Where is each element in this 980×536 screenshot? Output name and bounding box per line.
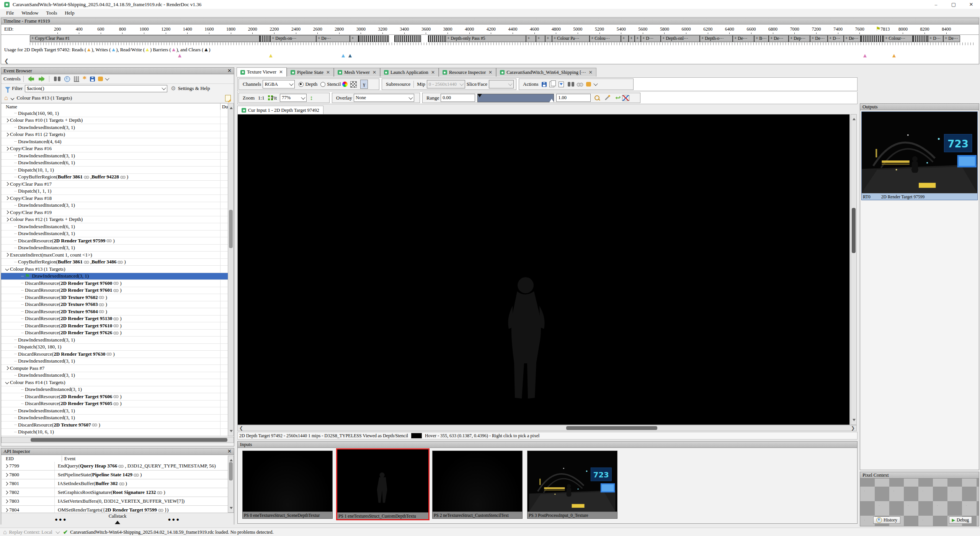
- event-row[interactable]: DiscardResource(2D Render Target 97606): [1, 393, 228, 400]
- event-row[interactable]: DiscardResource(2D Texture 97603): [1, 301, 228, 309]
- tree-expand-icon[interactable]: [5, 508, 8, 512]
- resource-link[interactable]: Query Heap 3766: [80, 463, 118, 469]
- timeline-pass-segment[interactable]: +: [621, 35, 629, 42]
- close-icon[interactable]: ✕: [279, 69, 283, 75]
- chevron-down-icon[interactable]: [162, 86, 166, 90]
- viewer-vscrollbar[interactable]: [851, 114, 857, 425]
- channels-select[interactable]: RGBA: [263, 80, 295, 88]
- event-row[interactable]: Colour Pass #14 (1 Targets): [1, 379, 228, 386]
- timeline-pass-segment[interactable]: + De···: [733, 35, 754, 42]
- resource-link[interactable]: 2D Render Target 97599: [54, 238, 105, 244]
- resource-link[interactable]: 2D Render Target 97610: [60, 323, 112, 329]
- timeline-pass-segment[interactable]: + Depth-onl···: [661, 35, 700, 42]
- texture-display[interactable]: [237, 114, 850, 425]
- resource-link[interactable]: 2D Render Target 97601: [60, 287, 112, 293]
- tree-expand-icon[interactable]: [5, 499, 8, 503]
- timeline-pass-segment[interactable]: + Colou···: [590, 35, 621, 42]
- event-row[interactable]: DrawIndexedInstanced(3, 1): [1, 386, 228, 394]
- timeline-pass-segment[interactable]: +: [526, 35, 536, 42]
- event-row[interactable]: Colour Pass #11 (2 Targets): [1, 131, 228, 139]
- timeline-activity-bar[interactable]: [260, 35, 270, 42]
- timeline-activity-bar[interactable]: [861, 35, 884, 42]
- resource-link[interactable]: 2D Render Target 97630: [54, 351, 105, 357]
- event-row[interactable]: DiscardResource(2D Render Target 97608): [1, 436, 228, 436]
- mip-select[interactable]: 0 - 2560x1440: [427, 80, 465, 88]
- resource-link[interactable]: Root Signature 1232: [113, 489, 156, 495]
- tree-expand-icon[interactable]: [5, 147, 9, 150]
- timeline-pass-strip[interactable]: + Copy/Clear Pass #1+ Depth-on···+ De···…: [30, 35, 975, 42]
- event-row[interactable]: CopyBufferRegion(Buffer 3861, Buffer 942…: [1, 174, 228, 181]
- edit-bookmark-icon[interactable]: [225, 95, 231, 101]
- input-thumbnail-3[interactable]: 723PS 3 PostProcessInput_0_Texture: [527, 451, 617, 519]
- tree-expand-icon[interactable]: [5, 253, 9, 257]
- scroll-left-icon[interactable]: ❮: [239, 425, 243, 431]
- event-row[interactable]: DiscardResource(2D Render Target 97599): [1, 237, 228, 245]
- event-row[interactable]: DrawIndexedInstanced(3, 1): [1, 245, 228, 252]
- api-row[interactable]: 7803IASetVertexBuffers(0, D3D12_VERTEX_B…: [2, 497, 228, 506]
- api-row[interactable]: 7802SetGraphicsRootSignature(Root Signat…: [2, 488, 228, 497]
- event-row[interactable]: DrawIndexedInstanced(6, 1): [1, 160, 228, 167]
- checkerboard-background-icon[interactable]: [350, 81, 357, 88]
- tree-expand-icon[interactable]: [5, 217, 9, 221]
- event-row[interactable]: Dispatch(10, 6, 1): [1, 429, 228, 436]
- statistics-icon[interactable]: [74, 76, 79, 82]
- event-row[interactable]: DiscardResource(2D Render Target 95130): [1, 315, 228, 323]
- event-row[interactable]: Dispatch(1, 1, 1): [1, 188, 228, 195]
- event-row[interactable]: DiscardResource(2D Render Target 97600): [1, 280, 228, 287]
- event-browser-header[interactable]: Event Browser✕: [1, 68, 234, 74]
- usage-marker-icon[interactable]: ▲: [268, 54, 274, 57]
- timeline-pass-segment[interactable]: +: [635, 35, 641, 42]
- event-row[interactable]: Dispatch(320, 180, 1): [1, 344, 228, 351]
- timeline-pass-segment[interactable]: + De···: [810, 35, 828, 42]
- event-row[interactable]: Copy/Clear Pass #18: [1, 195, 228, 202]
- timeline-pass-segment[interactable]: + D···: [828, 35, 844, 42]
- close-icon[interactable]: ✕: [431, 70, 435, 75]
- minimize-button[interactable]: –: [927, 0, 945, 9]
- event-row[interactable]: DiscardResource(2D Render Target 97610): [1, 322, 228, 330]
- event-row[interactable]: DrawInstanced(4, 64): [1, 138, 228, 145]
- time-events-icon[interactable]: [64, 76, 70, 82]
- scroll-right-icon[interactable]: ❯: [851, 425, 855, 431]
- timeline-pass-segment[interactable]: + D···: [641, 35, 661, 42]
- event-row[interactable]: Copy/Clear Pass #16: [1, 145, 228, 153]
- timeline-pass-segment[interactable]: + De···: [943, 35, 960, 42]
- range-max-input[interactable]: 1.00: [556, 94, 591, 102]
- tree-expand-icon[interactable]: [5, 182, 9, 186]
- api-scrollbar[interactable]: [228, 456, 234, 513]
- event-row[interactable]: DrawIndexedInstanced(3, 1): [1, 358, 228, 365]
- timeline-pass-segment[interactable]: +: [629, 35, 635, 42]
- find-icon[interactable]: [54, 77, 60, 81]
- tab-launch-application[interactable]: Launch Application✕: [380, 68, 439, 77]
- tab-mesh-viewer[interactable]: Mesh Viewer✕: [334, 68, 380, 77]
- timeline-ruler[interactable]: EID: 20040060080010001200140016001800200…: [1, 25, 979, 35]
- link-icon[interactable]: [577, 82, 583, 87]
- api-table-header[interactable]: EID Event: [2, 456, 228, 462]
- input-thumbnail-0[interactable]: PS 0 eneTexturesStruct_SceneDepthTextur: [242, 451, 333, 519]
- usage-marker-icon[interactable]: ▲: [891, 54, 897, 57]
- histogram-icon[interactable]: [622, 95, 629, 101]
- timeline-pass-segment[interactable]: + Copy/Clear Pass #1: [30, 35, 260, 42]
- api-row[interactable]: 7804OMSetRenderTargets({ 2D Render Targe…: [2, 506, 228, 513]
- resource-link[interactable]: 2D Render Target 97600: [60, 280, 112, 286]
- resource-link[interactable]: 2D Render Target 97606: [60, 394, 112, 400]
- close-icon[interactable]: ✕: [326, 70, 330, 75]
- resource-link[interactable]: Buffer 94228: [91, 174, 119, 180]
- replay-home-icon[interactable]: ⌂: [3, 529, 7, 536]
- close-button[interactable]: ✕: [962, 0, 980, 9]
- timeline-pass-segment[interactable]: + Depth-o···: [700, 35, 733, 42]
- range-min-input[interactable]: 0.00: [441, 94, 475, 102]
- viewer-hscrollbar[interactable]: ❮ ❯: [237, 425, 857, 431]
- menu-help[interactable]: Help: [61, 9, 78, 17]
- event-row[interactable]: DrawIndexedInstanced(3, 1): [1, 230, 228, 238]
- extensions-icon[interactable]: [98, 77, 103, 81]
- goto-icon[interactable]: [568, 82, 574, 87]
- replay-context-label[interactable]: Replay Context: Local: [9, 529, 52, 535]
- slice-face-select[interactable]: [489, 80, 514, 88]
- event-row[interactable]: Copy/Clear Pass #17: [1, 181, 228, 188]
- event-row[interactable]: DrawIndexedInstanced(6, 1): [1, 223, 228, 230]
- event-row[interactable]: DiscardResource(2D Texture 97607): [1, 422, 228, 429]
- settings-help-link[interactable]: Settings & Help: [178, 85, 210, 92]
- timeline-pass-segment[interactable]: + Colour···: [884, 35, 913, 42]
- timeline-scroll-left-icon[interactable]: ❮: [4, 58, 9, 64]
- event-row[interactable]: Copy/Clear Pass #19: [1, 209, 228, 216]
